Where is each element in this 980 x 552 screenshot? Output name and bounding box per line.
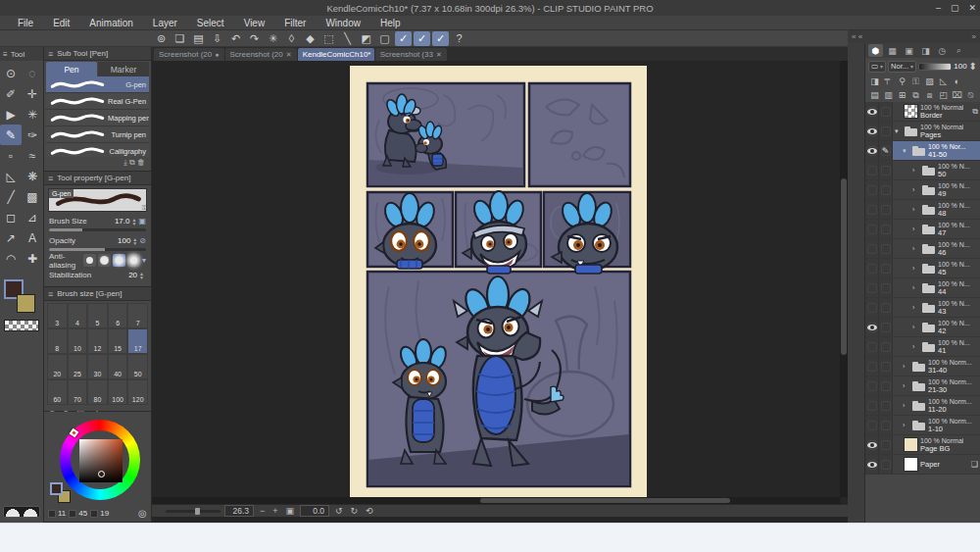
layer-action-icon[interactable]: ⚿ <box>909 75 922 87</box>
document-tab[interactable]: KendleComicCh10* ● <box>298 48 374 61</box>
tool-icon[interactable]: ⊙ <box>0 63 22 83</box>
toolbar-icon[interactable]: ◩ <box>358 31 374 46</box>
tool-icon[interactable]: ◺ <box>0 166 22 186</box>
brush-size-option[interactable]: 50 <box>127 354 148 379</box>
layer-edit-cell[interactable] <box>879 298 893 317</box>
layer-visibility-cell[interactable] <box>865 122 879 140</box>
layer-action-icon[interactable]: ◰ <box>937 89 950 101</box>
brush-size-option[interactable]: 17 <box>127 328 148 354</box>
expand-chevron-icon[interactable]: › <box>912 167 919 174</box>
expand-chevron-icon[interactable]: › <box>912 245 919 252</box>
layer-row[interactable]: › 100 % Norm... 11-20 <box>865 396 980 416</box>
layer-visibility-cell[interactable] <box>865 259 879 277</box>
hsv-chip-icon[interactable] <box>48 510 56 518</box>
layer-edit-cell[interactable] <box>879 180 893 199</box>
layer-thumbnail[interactable] <box>921 241 936 256</box>
expand-chevron-icon[interactable]: › <box>912 186 919 193</box>
panel-menu-icon[interactable]: ≡ <box>48 174 53 183</box>
layer-thumbnail[interactable] <box>921 339 936 354</box>
layer-row[interactable]: › 100 % Norm... 31-40 <box>865 357 980 376</box>
brush-size-option[interactable]: 10 <box>68 328 88 354</box>
tool-icon[interactable]: ▫ <box>0 145 22 166</box>
layer-visibility-cell[interactable] <box>865 416 879 434</box>
tool-icon[interactable]: ╱ <box>0 186 22 207</box>
eye-icon[interactable] <box>867 128 877 134</box>
tool-icon[interactable]: ▶ <box>0 104 22 125</box>
layer-edit-cell[interactable] <box>879 396 893 415</box>
toolbar-icon[interactable]: ✓ <box>432 31 449 46</box>
fit-to-screen-button[interactable]: ▣ <box>284 506 297 516</box>
layer-visibility-cell[interactable] <box>865 141 879 160</box>
layer-visibility-cell[interactable] <box>865 102 879 121</box>
palette-tab-icon[interactable]: ◷ <box>935 44 950 57</box>
background-color-swatch[interactable] <box>17 294 35 313</box>
layer-thumbnail[interactable] <box>911 398 926 413</box>
layer-visibility-cell[interactable] <box>865 318 879 336</box>
brush-size-option[interactable]: 100 <box>108 379 128 405</box>
brush-size-option[interactable]: 25 <box>68 354 88 379</box>
layer-thumbnail[interactable] <box>921 163 936 177</box>
expand-chevron-icon[interactable]: ▾ <box>895 127 902 135</box>
layer-thumbnail[interactable] <box>904 104 918 119</box>
collapse-dock-icon[interactable]: « « <box>852 32 862 41</box>
tool-icon[interactable]: ✑ <box>22 125 43 145</box>
toolbar-icon[interactable]: ▤ <box>190 31 207 46</box>
layer-edit-cell[interactable] <box>879 239 893 258</box>
layer-row[interactable]: › 100 % N... 44 <box>865 278 980 298</box>
close-button[interactable]: ✕ <box>968 3 976 13</box>
aa-caret-icon[interactable]: ▾ <box>142 256 146 265</box>
layer-thumbnail[interactable] <box>911 378 926 393</box>
tool-icon[interactable]: ✳ <box>22 104 43 125</box>
menu-item[interactable]: Select <box>187 18 234 28</box>
eye-icon[interactable] <box>867 325 877 330</box>
layer-visibility-cell[interactable] <box>865 220 879 238</box>
aa-medium-option[interactable] <box>113 254 125 267</box>
document-tab[interactable]: Screenshot (20 ● <box>154 48 224 61</box>
brush-size-value[interactable]: 17.0 <box>115 217 130 226</box>
layer-thumbnail[interactable] <box>921 300 936 315</box>
toolbar-icon[interactable]: ⇩ <box>209 31 225 46</box>
tab-indicator-icon[interactable]: ✕ <box>286 51 292 59</box>
aa-none-option[interactable] <box>83 254 96 267</box>
tab-indicator-icon[interactable]: ✕ <box>436 51 442 59</box>
opacity-value[interactable]: 100 <box>118 236 130 245</box>
tool-icon[interactable]: ✚ <box>22 248 43 269</box>
brush-size-option[interactable]: 20 <box>47 354 68 379</box>
toolbar-icon[interactable]: ↷ <box>246 31 263 46</box>
layer-edit-cell[interactable] <box>879 337 893 356</box>
expand-chevron-icon[interactable]: › <box>903 363 909 370</box>
toolbar-icon[interactable]: ? <box>451 31 467 46</box>
layer-row[interactable]: 100 % Normal Border ⧉ <box>865 102 980 122</box>
brush-size-slider[interactable] <box>49 228 146 231</box>
transparent-color-swatch[interactable] <box>4 320 39 331</box>
canvas-horizontal-scrollbar[interactable] <box>152 497 840 504</box>
layer-thumbnail[interactable] <box>921 202 936 217</box>
zoom-value[interactable]: 26.3 <box>224 505 254 517</box>
toolbar-icon[interactable]: ⊚ <box>153 31 170 46</box>
brush-list-item[interactable]: Turnip pen <box>46 126 149 143</box>
expand-dock-icon[interactable]: » <box>972 32 976 41</box>
tool-icon[interactable]: ❋ <box>22 166 43 186</box>
layer-edit-cell[interactable] <box>879 416 893 434</box>
layer-opacity-value[interactable]: 100 <box>954 62 966 71</box>
brush-size-option[interactable]: 8 <box>47 328 68 354</box>
panel-menu-icon[interactable]: ≡ <box>48 289 53 299</box>
palette-tab-icon[interactable]: ▣ <box>902 44 916 57</box>
layer-edit-cell[interactable] <box>879 357 893 376</box>
tool-icon[interactable]: ◻ <box>0 207 22 227</box>
layer-row[interactable]: ▾ 100 % Normal Pages <box>865 122 980 141</box>
layer-thumbnail[interactable] <box>904 124 918 138</box>
expand-chevron-icon[interactable]: › <box>903 402 909 409</box>
layer-action-icon[interactable]: 〒 <box>882 75 895 87</box>
hsv-chip-icon[interactable] <box>90 510 98 518</box>
sv-selector[interactable] <box>98 471 105 477</box>
layer-visibility-cell[interactable] <box>865 278 879 297</box>
expand-chevron-icon[interactable]: › <box>912 284 919 291</box>
layer-action-icon[interactable]: ◺ <box>937 75 950 87</box>
layer-action-icon[interactable]: ⚲ <box>896 75 908 87</box>
expand-chevron-icon[interactable]: › <box>912 265 919 272</box>
menu-item[interactable]: File <box>8 18 43 28</box>
expand-chevron-icon[interactable]: › <box>912 206 919 213</box>
layer-row[interactable]: 100 % Normal Page BG <box>865 435 980 455</box>
expand-chevron-icon[interactable]: ▾ <box>903 147 909 155</box>
